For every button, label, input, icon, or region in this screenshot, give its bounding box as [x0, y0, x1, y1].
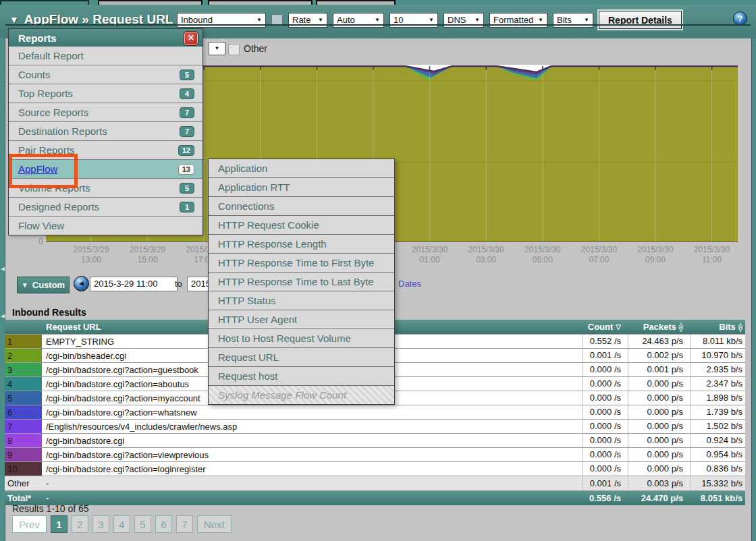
submenu-item-http-response-time-to-last-byte[interactable]: HTTP Response Time to Last Byte [209, 273, 394, 291]
count-cell: 0.000 /s [582, 448, 628, 461]
packets-cell: 0.000 p/s [628, 405, 690, 419]
tick-time: 07:00 [570, 255, 627, 265]
packets-column-header[interactable]: Packets △▽ [628, 322, 690, 332]
submenu-item-host-to-host-request-volume[interactable]: Host to Host Request Volume [209, 329, 394, 348]
submenu-item-request-host[interactable]: Request host [209, 367, 394, 386]
sidebar-item-label: Source Reports [18, 107, 88, 118]
packets-cell: 0.000 p/s [628, 434, 690, 447]
report-details-button[interactable]: Report Details [599, 11, 682, 29]
tick-time: 05:00 [514, 255, 571, 265]
dates-link[interactable]: Dates [398, 279, 421, 289]
pagination: Prev1234567Next [12, 515, 232, 533]
collapse-handle-icon[interactable]: ◀ [0, 309, 5, 324]
submenu-item-http-user-agent[interactable]: HTTP User Agent [209, 310, 394, 329]
sort-down-icon: ▽ [616, 323, 621, 331]
tick-time: 13:00 [63, 255, 119, 265]
submenu-item-http-request-cookie[interactable]: HTTP Request Cookie [209, 216, 394, 235]
sidebar-item-top-reports[interactable]: Top Reports4 [9, 84, 202, 103]
back-arrow-icon[interactable]: ◀ [74, 276, 89, 291]
page-button-4[interactable]: 4 [113, 515, 130, 533]
rank-color-swatch: 2 [5, 349, 42, 362]
x-axis-tick: 2015/3/2913:00 [63, 245, 119, 265]
sidebar-item-label: Default Report [18, 50, 84, 61]
tab-active[interactable] [0, 0, 89, 5]
table-row: 9/cgi-bin/badstore.cgi?action=viewprevio… [5, 447, 745, 461]
submenu-item-application[interactable]: Application [209, 159, 394, 178]
submenu-item-http-status[interactable]: HTTP Status [209, 291, 394, 310]
sort-updown-icon: △▽ [679, 322, 683, 332]
count-cell: 0.000 /s [582, 434, 628, 447]
submenu-item-application-rtt[interactable]: Application RTT [209, 178, 394, 197]
select-value: Bits [557, 15, 572, 25]
other-checkbox[interactable] [228, 44, 240, 55]
rank-color-swatch: 9 [5, 448, 42, 461]
rank-color-swatch: 3 [5, 363, 42, 376]
page-button-3[interactable]: 3 [92, 515, 109, 533]
chevron-down-icon: ▼ [22, 281, 28, 289]
table-row: 6/cgi-bin/badstore.cgi?action=whatsnew0.… [5, 405, 745, 419]
sidebar-item-designed-reports[interactable]: Designed Reports1 [9, 197, 202, 216]
select-value: Inbound [181, 15, 213, 25]
results-heading: Inbound Results [12, 307, 86, 318]
chevron-down-icon: ▼ [429, 17, 434, 23]
bits-cell: 8.011 kb/s [690, 335, 745, 348]
collapse-handle-icon[interactable]: ◀ [0, 262, 5, 277]
custom-range-button[interactable]: ▼ Custom [17, 277, 70, 293]
submenu-item-connections[interactable]: Connections [209, 197, 394, 216]
count-cell: 0.000 /s [582, 405, 628, 419]
sidebar-item-destination-reports[interactable]: Destination Reports7 [9, 121, 202, 140]
packets-cell: 0.002 p/s [628, 349, 690, 362]
tick-date: 2015/3/30 [402, 245, 458, 255]
bits-cell: 0.954 b/s [690, 448, 745, 461]
sidebar-item-counts[interactable]: Counts5 [9, 65, 202, 84]
browser-tab-strip [0, 0, 756, 5]
page-button-7[interactable]: 7 [176, 515, 193, 533]
series-select[interactable]: ▼ [209, 42, 225, 55]
bits-column-header[interactable]: Bits △▽ [690, 322, 745, 332]
sidebar-item-flow-view[interactable]: Flow View [9, 216, 202, 235]
page-button-2[interactable]: 2 [72, 515, 88, 533]
tick-time: 15:00 [119, 255, 176, 265]
tab-4[interactable] [316, 0, 396, 5]
custom-range-label: Custom [32, 280, 65, 290]
submenu-item-http-response-length[interactable]: HTTP Response Length [209, 235, 394, 254]
page-button-1[interactable]: 1 [51, 515, 68, 533]
tick-date: 2015/3/30 [684, 245, 740, 255]
help-icon[interactable]: ? [733, 11, 747, 26]
chevron-down-icon: ▼ [256, 17, 262, 23]
page-button-prev[interactable]: Prev [12, 515, 47, 533]
rank-color-swatch: 10 [5, 462, 42, 476]
close-icon[interactable]: ✕ [184, 31, 198, 46]
sidebar-item-source-reports[interactable]: Source Reports7 [9, 103, 202, 121]
bits-cell: 0.924 b/s [690, 434, 745, 447]
request-url-cell: /English/resources/v4_includes/crawler/n… [42, 422, 582, 432]
date-from-input[interactable]: 2015-3-29 11:00 [90, 277, 178, 291]
other-checkbox-label: Other [244, 43, 267, 54]
submenu-item-request-url[interactable]: Request URL [209, 348, 394, 367]
request-url-cell: /cgi-bin/badstore.cgi?action=whatsnew [42, 407, 582, 418]
count-column-header[interactable]: Count ▽ [582, 322, 628, 332]
page-button-6[interactable]: 6 [155, 515, 172, 533]
item-count-badge: 7 [180, 126, 194, 137]
tab-2[interactable] [98, 0, 202, 5]
packets-cell: 0.000 p/s [628, 377, 690, 391]
page-button-5[interactable]: 5 [134, 515, 151, 533]
x-axis-tick: 2015/3/3003:00 [458, 245, 514, 265]
collapse-report-icon[interactable]: ▼ [9, 14, 19, 25]
tab-3[interactable] [208, 0, 313, 5]
submenu-item-syslog-message-flow-count: Syslog Message Flow Count [209, 386, 394, 404]
select-value: DNS [448, 15, 466, 25]
submenu-item-http-response-time-to-first-byte[interactable]: HTTP Response Time to First Byte [209, 254, 394, 273]
reports-menu: Reports ✕ Default ReportCounts5Top Repor… [8, 28, 203, 235]
tick-date: 2015/3/30 [627, 245, 684, 255]
count-cell: 0.552 /s [582, 335, 628, 348]
x-axis-tick: 2015/3/3005:00 [514, 245, 571, 265]
page-button-next[interactable]: Next [197, 515, 232, 533]
sidebar-item-default-report[interactable]: Default Report [9, 47, 202, 65]
request-url-cell: /cgi-bin/badstore.cgi?action=loginregist… [42, 464, 582, 474]
count-cell: 0.001 /s [582, 349, 628, 362]
chevron-down-icon: ▼ [475, 17, 480, 23]
table-row: 7/English/resources/v4_includes/crawler/… [5, 419, 745, 433]
tick-time: 11:00 [684, 255, 740, 265]
count-cell: 0.000 /s [582, 363, 628, 376]
